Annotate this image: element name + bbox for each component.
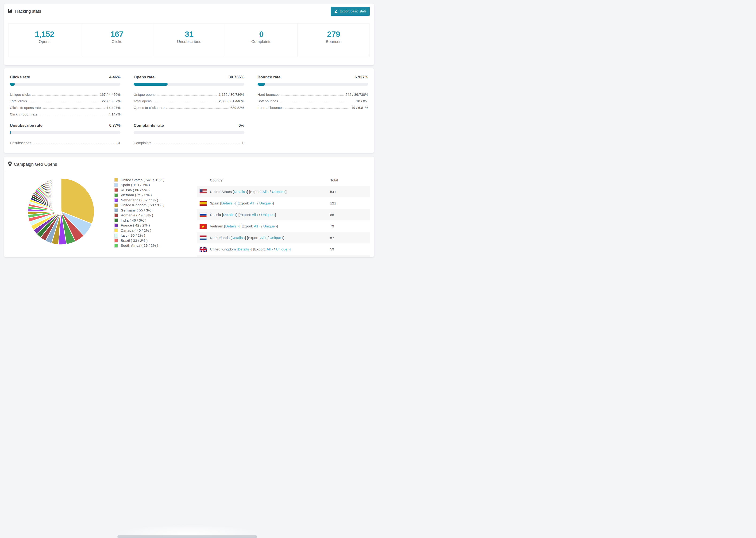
stat-value: 1,152 [9, 29, 81, 39]
legend-swatch [114, 218, 118, 222]
rate-detail-row: Unique opens1,152 / 30.736% [134, 90, 244, 96]
legend-item: Russia ( 86 / 5% ) [114, 188, 197, 193]
column-header-country: Country [197, 175, 330, 186]
rate-title: Bounce rate [257, 75, 281, 80]
country-flag-ru [199, 212, 207, 217]
country-cell-text: Vietnam [Details ›] [Export: All › / Uni… [210, 224, 278, 228]
rate-panel-bounce-rate: Bounce rate6.927%Hard bounces242 / 86.73… [257, 75, 368, 116]
details-link[interactable]: Details › [225, 224, 239, 228]
export-unique-link[interactable]: Unique › [270, 236, 283, 240]
export-all-link[interactable]: All › [266, 247, 273, 251]
rate-panel-complaints-rate: Complaints rate0%Complaints0 [134, 123, 244, 145]
rate-value: 0% [239, 123, 244, 128]
legend-item: Spain ( 121 / 7% ) [114, 183, 197, 188]
dotted-leader [39, 115, 107, 115]
export-all-link[interactable]: All › [254, 224, 260, 228]
rate-title: Complaints rate [134, 123, 164, 128]
tracking-stats-card: Tracking stats Export basic stats 1,152O… [4, 3, 374, 65]
stat-label: Clicks [81, 39, 153, 44]
rate-detail-row: Hard bounces242 / 86.738% [257, 90, 368, 96]
export-unique-link[interactable]: Unique › [272, 190, 286, 194]
country-flag-nl [199, 236, 207, 240]
legend-item: United States ( 541 / 31% ) [114, 178, 197, 183]
country-cell-text: United States [Details ›] [Export: All ›… [210, 190, 287, 194]
export-unique-link[interactable]: Unique › [263, 224, 277, 228]
stat-value: 167 [81, 29, 153, 39]
details-link[interactable]: Details › [238, 247, 251, 251]
geo-opens-title: Campaign Geo Opens [14, 162, 57, 167]
dotted-leader [43, 108, 105, 109]
total-cell: 79 [330, 220, 370, 232]
table-row: Russia [Details ›] [Export: All › / Uniq… [197, 209, 370, 220]
legend-swatch [114, 203, 118, 207]
rate-progress-bar [10, 82, 121, 86]
legend-swatch [114, 198, 118, 202]
rate-value: 4.46% [109, 75, 121, 80]
export-all-link[interactable]: All › [260, 236, 267, 240]
total-cell: 121 [330, 197, 370, 209]
rate-detail-row: Unsubscribes31 [10, 138, 121, 145]
geo-opens-card: Campaign Geo Opens United States ( 541 /… [4, 156, 374, 257]
rate-value: 0.77% [109, 123, 121, 128]
rate-detail-row: Total opens2,303 / 61.446% [134, 96, 244, 103]
stat-value: 0 [225, 29, 297, 39]
stat-box-clicks: 167Clicks [81, 24, 153, 57]
table-row: United States [Details ›] [Export: All ›… [197, 186, 370, 197]
stat-label: Bounces [297, 39, 369, 44]
legend-swatch [114, 224, 118, 228]
rate-title: Unsubscribe rate [10, 123, 42, 128]
dotted-leader [286, 108, 350, 109]
column-header-total: Total [330, 175, 370, 186]
rates-card: Clicks rate4.46%Unique clicks167 / 4.456… [4, 68, 374, 153]
table-row: Vietnam [Details ›] [Export: All › / Uni… [197, 220, 370, 232]
stat-box-unsubscribes: 31Unsubscribes [153, 24, 225, 57]
legend-item: United Kingdom ( 59 / 3% ) [114, 203, 197, 208]
stat-label: Opens [9, 39, 81, 44]
rate-progress-bar [10, 131, 121, 134]
legend-item: Brazil ( 33 / 2% ) [114, 238, 197, 243]
country-flag-gb [199, 247, 207, 252]
rate-detail-row: Total clicks220 / 5.87% [10, 96, 121, 103]
total-cell: 59 [330, 243, 370, 255]
table-header-row: Country Total [197, 175, 370, 186]
legend-item: France ( 42 / 2% ) [114, 223, 197, 228]
rate-detail-row: Internal bounces19 / 6.81% [257, 103, 368, 110]
details-link[interactable]: Details › [223, 213, 237, 217]
export-unique-link[interactable]: Unique › [261, 213, 275, 217]
country-flag-us [199, 189, 207, 194]
rate-value: 6.927% [354, 75, 368, 80]
details-link[interactable]: Details › [232, 236, 245, 240]
export-unique-link[interactable]: Unique › [276, 247, 290, 251]
export-unique-link[interactable]: Unique › [259, 201, 273, 205]
legend-item: Canada ( 40 / 2% ) [114, 228, 197, 233]
export-all-link[interactable]: All › [262, 190, 269, 194]
country-cell-text: Russia [Details ›] [Export: All › / Uniq… [210, 213, 276, 217]
dashboard-page: Tracking stats Export basic stats 1,152O… [0, 0, 378, 260]
stat-box-complaints: 0Complaints [225, 24, 297, 57]
rate-progress-bar [134, 82, 244, 86]
dotted-leader [166, 108, 229, 109]
rate-panel-unsubscribe-rate: Unsubscribe rate0.77%Unsubscribes31 [10, 123, 121, 145]
legend-swatch [114, 213, 118, 217]
geo-table: Country Total United States [Details ›] … [197, 172, 370, 257]
rate-detail-row: Click through rate4.147% [10, 110, 121, 116]
export-all-link[interactable]: All › [252, 213, 258, 217]
legend-item: India ( 46 / 3% ) [114, 218, 197, 223]
table-row: Spain [Details ›] [Export: All › / Uniqu… [197, 197, 370, 209]
table-row: United Kingdom [Details ›] [Export: All … [197, 243, 370, 255]
geo-opens-header: Campaign Geo Opens [4, 157, 374, 172]
legend-item: Romania ( 49 / 3% ) [114, 213, 197, 218]
details-link[interactable]: Details › [221, 201, 235, 205]
rate-value: 30.736% [229, 75, 244, 80]
tracking-stats-header: Tracking stats Export basic stats [4, 4, 374, 19]
legend-swatch [114, 183, 118, 187]
export-basic-stats-button[interactable]: Export basic stats [331, 7, 370, 16]
rate-title: Opens rate [134, 75, 154, 80]
rate-detail-row: Unique clicks167 / 4.456% [10, 90, 121, 96]
stat-value: 31 [153, 29, 225, 39]
rate-panel-clicks-rate: Clicks rate4.46%Unique clicks167 / 4.456… [10, 75, 121, 116]
details-link[interactable]: Details › [234, 190, 247, 194]
rate-progress-bar [134, 131, 244, 134]
stat-box-opens: 1,152Opens [9, 24, 81, 57]
export-all-link[interactable]: All › [250, 201, 256, 205]
